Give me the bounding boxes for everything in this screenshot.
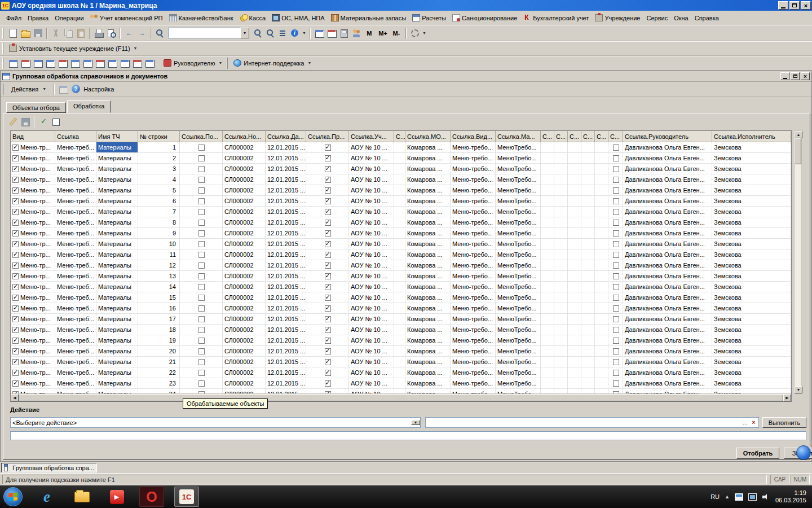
table-cell[interactable] [608, 260, 623, 270]
table-cell[interactable]: АОУ № 10 ... [349, 174, 394, 185]
search-dropdown-icon[interactable]: ▼ [240, 28, 249, 38]
table-cell[interactable]: АОУ № 10 ... [349, 153, 394, 163]
table-cell[interactable]: Меню-тр... [11, 164, 55, 174]
table-cell[interactable]: 12.01.2015 ... [266, 228, 306, 238]
action-parameter-field[interactable]: ... × [425, 417, 759, 428]
table-cell[interactable]: Давликанова Ольга Евген... [623, 249, 712, 260]
table-cell[interactable]: 1 [138, 142, 180, 152]
column-header[interactable]: Ссылка.Ма... [496, 131, 541, 142]
cell-checkbox[interactable] [325, 230, 331, 237]
table-cell[interactable] [180, 378, 223, 388]
find-icon[interactable] [153, 27, 166, 40]
table-cell[interactable]: 9 [138, 228, 180, 238]
table-row[interactable]: Меню-тр...Меню-треб...Материалы16СЛ00000… [11, 303, 791, 314]
table-cell[interactable]: Комарова ... [405, 346, 451, 356]
table-cell[interactable] [568, 260, 581, 270]
cell-checkbox[interactable] [325, 177, 331, 183]
table-cell[interactable] [595, 335, 608, 345]
table-cell[interactable]: Меню-тр... [11, 325, 55, 335]
table-cell[interactable]: Меню-тр... [11, 378, 55, 388]
table-cell[interactable]: 7 [138, 207, 180, 217]
table-cell[interactable]: АОУ № 10 ... [349, 217, 394, 227]
table-cell[interactable]: Меню-требо... [451, 292, 496, 303]
menu-item-11[interactable]: Бухгалтерский учет [520, 12, 592, 23]
row-checkbox[interactable] [12, 262, 19, 269]
table-cell[interactable] [394, 239, 405, 249]
table-cell[interactable]: 12.01.2015 ... [266, 282, 306, 292]
table-cell[interactable] [306, 207, 349, 217]
run-button[interactable]: Выполнить [762, 417, 806, 428]
table-cell[interactable] [595, 292, 608, 303]
table-cell[interactable]: Меню-требо... [451, 196, 496, 206]
table-cell[interactable] [595, 239, 608, 249]
table-cell[interactable]: АОУ № 10 ... [349, 292, 394, 303]
table-cell[interactable]: 3 [138, 164, 180, 174]
print-preview-icon[interactable] [105, 27, 117, 40]
table-cell[interactable]: Материалы [96, 378, 138, 388]
table-cell[interactable] [554, 185, 568, 195]
table-cell[interactable] [554, 303, 568, 313]
table-cell[interactable]: МенюТребо... [496, 142, 541, 152]
table-cell[interactable]: Меню-треб... [55, 196, 96, 206]
table-cell[interactable] [306, 367, 349, 378]
table-cell[interactable] [554, 164, 568, 174]
table-cell[interactable]: СЛ000002 [223, 260, 266, 270]
table-cell[interactable] [180, 389, 223, 393]
row-checkbox[interactable] [12, 359, 19, 365]
table-cell[interactable] [568, 153, 581, 163]
table-cell[interactable] [554, 249, 568, 260]
table-cell[interactable]: 19 [138, 335, 180, 345]
table-cell[interactable]: Земскова [712, 164, 791, 174]
table-cell[interactable] [180, 314, 223, 324]
table-cell[interactable]: АОУ № 10 ... [349, 314, 394, 324]
table-cell[interactable] [306, 249, 349, 260]
table-cell[interactable]: МенюТребо... [496, 303, 541, 313]
table-cell[interactable]: Комарова ... [405, 207, 451, 217]
table-cell[interactable] [394, 378, 405, 388]
table-cell[interactable] [554, 228, 568, 238]
table-cell[interactable] [608, 389, 623, 393]
table-cell[interactable]: СЛ000002 [223, 196, 266, 206]
table-cell[interactable] [608, 217, 623, 227]
table-cell[interactable]: Меню-тр... [11, 228, 55, 238]
employees-icon[interactable] [350, 27, 363, 40]
table-cell[interactable] [608, 346, 623, 356]
menu-item-6[interactable]: Касса [237, 12, 269, 23]
table-cell[interactable] [394, 196, 405, 206]
row-checkbox[interactable] [12, 370, 19, 376]
table-cell[interactable] [180, 164, 223, 174]
table-row[interactable]: Меню-тр...Меню-треб...Материалы24СЛ00000… [11, 389, 791, 393]
table-cell[interactable] [568, 228, 581, 238]
child-restore-button[interactable] [791, 72, 800, 80]
table-cell[interactable] [180, 196, 223, 206]
table-cell[interactable]: Меню-требо... [451, 271, 496, 281]
cell-checkbox[interactable] [325, 144, 331, 151]
menu-item-8[interactable]: Материальные запасы [328, 12, 409, 23]
table-cell[interactable]: Меню-тр... [11, 346, 55, 356]
table-cell[interactable] [541, 164, 554, 174]
table-row[interactable]: Меню-тр...Меню-треб...Материалы22СЛ00000… [11, 367, 791, 378]
cell-checkbox[interactable] [325, 252, 331, 258]
table-row[interactable]: Меню-тр...Меню-треб...Материалы9СЛ000002… [11, 228, 791, 239]
table-cell[interactable] [394, 303, 405, 313]
cell-checkbox[interactable] [613, 380, 619, 387]
table-cell[interactable]: Земскова [712, 325, 791, 335]
table-cell[interactable]: Меню-требо... [451, 367, 496, 378]
table-cell[interactable] [595, 314, 608, 324]
cell-checkbox[interactable] [325, 370, 331, 376]
table-cell[interactable] [568, 207, 581, 217]
table-cell[interactable] [541, 367, 554, 378]
table-cell[interactable]: 12.01.2015 ... [266, 217, 306, 227]
table-cell[interactable]: Давликанова Ольга Евген... [623, 346, 712, 356]
table-cell[interactable] [554, 325, 568, 335]
table-cell[interactable] [581, 174, 595, 185]
cell-checkbox[interactable] [198, 370, 205, 376]
table-cell[interactable]: Материалы [96, 174, 138, 185]
cell-checkbox[interactable] [198, 338, 205, 344]
table-cell[interactable] [541, 389, 554, 393]
table-cell[interactable]: МенюТребо... [496, 196, 541, 206]
table-row[interactable]: Меню-тр...Меню-треб...Материалы5СЛ000002… [11, 185, 791, 196]
cell-checkbox[interactable] [198, 252, 205, 258]
table-cell[interactable]: Меню-требо... [451, 303, 496, 313]
cut-icon[interactable] [50, 27, 62, 40]
